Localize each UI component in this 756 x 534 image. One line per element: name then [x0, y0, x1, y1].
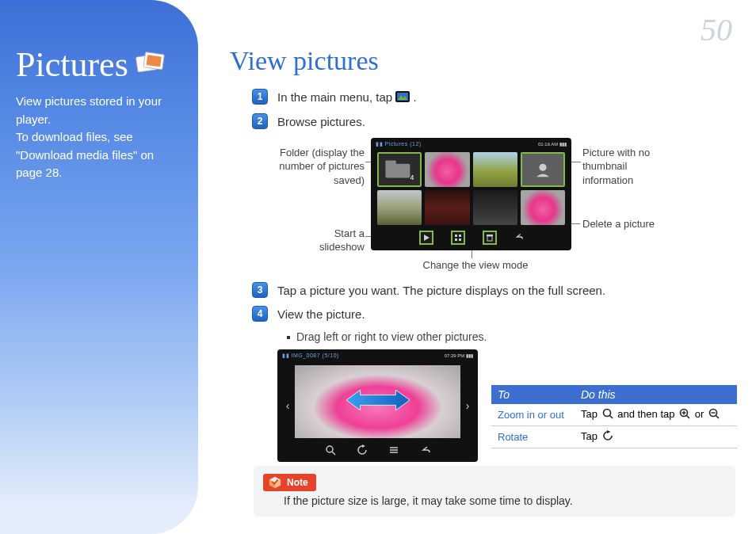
row-rotate-action: Tap — [575, 426, 737, 448]
page-number: 50 — [701, 11, 732, 48]
full-picture[interactable] — [295, 365, 460, 438]
svg-point-31 — [326, 446, 333, 452]
menu-button[interactable] — [388, 444, 399, 459]
note-box: Note If the picture size is large, it ma… — [254, 466, 735, 517]
screen1-title: ▮▮ Pictures (12) — [376, 141, 422, 147]
actions-table: To Do this Zoom in or out Tap and then t… — [491, 385, 737, 448]
step-number-1: 1 — [252, 89, 268, 105]
svg-line-42 — [687, 416, 690, 419]
svg-point-22 — [539, 163, 546, 170]
svg-line-45 — [716, 416, 719, 419]
sidebar: Pictures View pictures stored in your pl… — [0, 0, 198, 534]
step-2: 2 Browse pictures. — [252, 113, 737, 132]
svg-marker-33 — [362, 444, 365, 448]
picture-thumbnail[interactable] — [377, 190, 422, 225]
svg-text:4: 4 — [410, 174, 414, 181]
t: Tap — [581, 408, 601, 420]
row-zoom-label: Zoom in or out — [491, 404, 575, 426]
svg-rect-19 — [385, 164, 410, 178]
svg-marker-30 — [346, 390, 410, 410]
pictures-menu-icon — [395, 90, 410, 108]
step-3-text: Tap a picture you want. The picture disp… — [277, 282, 737, 300]
folder-thumbnail[interactable]: 4 — [377, 152, 422, 187]
step-1: 1 In the main menu, tap . — [252, 89, 737, 107]
note-badge: Note — [263, 474, 316, 491]
table-header-do: Do this — [575, 385, 737, 404]
device-screenshot-1: ▮▮ Pictures (12) 01:16 AM ▮▮▮ 4 — [371, 138, 571, 250]
callout-folder: Folder (display the number of pictures s… — [269, 146, 365, 188]
callout-slideshow: Start a slideshow — [301, 227, 365, 254]
row-rotate-label: Rotate — [491, 426, 575, 448]
picture-thumbnail[interactable] — [425, 190, 469, 225]
picture-thumbnail[interactable] — [473, 190, 517, 225]
callout-delete: Delete a picture — [582, 217, 678, 231]
note-label: Note — [287, 477, 308, 488]
t: and then tap — [617, 408, 678, 420]
table-row: Rotate Tap — [491, 426, 737, 448]
device-screenshot-2: ▮▮ IMG_0087 (5/10) 07:29 PM ▮▮▮ ‹ › — [277, 349, 478, 462]
back-button[interactable] — [420, 444, 431, 459]
picture-thumbnail[interactable] — [425, 152, 469, 187]
step-4-sub: Drag left or right to view other picture… — [287, 330, 737, 343]
svg-marker-46 — [607, 430, 611, 433]
table-row: Zoom in or out Tap and then tap or — [491, 404, 737, 426]
screen1-clock: 01:16 AM ▮▮▮ — [538, 141, 567, 147]
svg-rect-26 — [455, 238, 457, 241]
svg-line-32 — [332, 452, 335, 455]
svg-rect-27 — [459, 238, 461, 241]
sidebar-title: Pictures — [16, 44, 128, 85]
step-4: 4 View the picture. — [252, 306, 737, 324]
picture-thumbnail[interactable] — [521, 190, 565, 225]
page-heading: View pictures — [230, 46, 737, 76]
note-cube-icon — [268, 475, 282, 490]
svg-rect-20 — [385, 160, 395, 166]
prev-picture-button[interactable]: ‹ — [281, 394, 295, 418]
rotate-button[interactable] — [357, 444, 368, 459]
step-4-sub-text: Drag left or right to view other picture… — [296, 330, 487, 343]
rotate-icon — [602, 430, 613, 444]
picture-thumbnail[interactable] — [473, 152, 517, 187]
step-number-2: 2 — [252, 113, 268, 129]
t: or — [695, 408, 707, 420]
svg-rect-29 — [487, 235, 493, 236]
view-mode-button[interactable] — [451, 231, 465, 245]
zoom-button[interactable] — [325, 444, 336, 459]
svg-rect-25 — [459, 235, 461, 237]
row-zoom-action: Tap and then tap or — [575, 404, 737, 426]
svg-point-37 — [603, 410, 610, 417]
step-3: 3 Tap a picture you want. The picture di… — [252, 282, 737, 300]
callout-no-thumbnail: Picture with no thumbnail information — [582, 146, 678, 188]
callout-view-mode: Change the view mode — [404, 258, 547, 273]
zoom-in-icon — [679, 408, 690, 421]
back-button[interactable] — [514, 231, 524, 245]
svg-marker-23 — [424, 235, 430, 241]
screen2-clock: 07:29 PM ▮▮▮ — [445, 353, 473, 358]
delete-button[interactable] — [483, 231, 497, 245]
next-picture-button[interactable]: › — [460, 394, 475, 418]
zoom-icon — [602, 408, 613, 421]
step-1-text: In the main menu, tap . — [277, 89, 737, 107]
device-screenshot-1-area: Folder (display the number of pictures s… — [277, 138, 737, 273]
svg-rect-28 — [487, 236, 492, 241]
step-number-4: 4 — [252, 306, 268, 322]
slideshow-button[interactable] — [419, 231, 433, 245]
svg-line-38 — [609, 416, 613, 419]
zoom-out-icon — [708, 408, 720, 421]
step-4-text: View the picture. — [277, 306, 737, 324]
drag-arrow-icon — [346, 386, 410, 418]
screen2-title: ▮▮ IMG_0087 (5/10) — [282, 353, 339, 359]
svg-rect-24 — [455, 235, 457, 237]
pictures-icon — [135, 51, 168, 79]
note-text: If the picture size is large, it may tak… — [284, 494, 726, 507]
step-number-3: 3 — [252, 282, 268, 298]
step-1-text-b: . — [413, 90, 416, 104]
table-header-to: To — [491, 385, 575, 404]
step-1-text-a: In the main menu, tap — [277, 90, 395, 104]
t: Tap — [581, 430, 601, 442]
no-thumbnail-picture[interactable] — [521, 152, 565, 187]
sidebar-description: View pictures stored in your player. To … — [16, 93, 182, 182]
svg-rect-2 — [147, 55, 162, 67]
step-2-text: Browse pictures. — [277, 113, 737, 132]
